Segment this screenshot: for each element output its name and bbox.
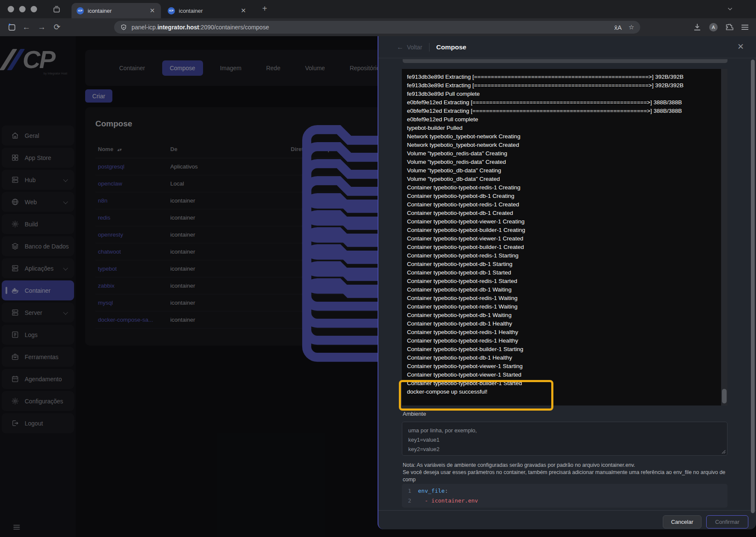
compose-drawer: ← Voltar Compose ✕ fe913db3e89d Extracti… (378, 36, 756, 529)
placeholder-line: uma por linha, por exemplo, (408, 426, 721, 435)
browser-tabstrip: ICP icontainer ✕ ICP icontainer ✕ + (0, 0, 756, 18)
code-line: 1 env_file: (402, 486, 727, 496)
sidebar-toggle-icon[interactable] (7, 22, 17, 32)
log-line: typebot-builder Pulled (407, 124, 721, 132)
tab-overview-icon[interactable] (52, 5, 61, 14)
window-close-button[interactable] (8, 6, 14, 12)
bookmark-star-icon[interactable]: ☆ (629, 23, 634, 31)
close-icon[interactable]: ✕ (737, 42, 744, 51)
reload-icon[interactable]: ⟳ (52, 22, 62, 32)
line-number: 1 (402, 486, 418, 496)
url-bar[interactable]: panel-icp.integrator.host:2090/container… (114, 21, 640, 34)
log-output: fe913db3e89d Extracting [===============… (402, 69, 721, 406)
browser-toolbar: ← → ⟳ panel-icp.integrator.host:2090/con… (0, 18, 756, 36)
log-line: Container typebotio-typebot-builder-1 Cr… (407, 226, 721, 234)
log-line: Volume "typebotio_db-data" Creating (407, 166, 721, 175)
log-line: Container typebotio-typebot-redis-1 Heal… (407, 328, 721, 337)
page-scrollbar-thumb[interactable] (751, 60, 755, 513)
log-line: Container typebotio-typebot-redis-1 Heal… (407, 337, 721, 345)
log-line: Container typebotio-typebot-redis-1 Star… (407, 251, 721, 260)
code-line: 2 - icontainer.env (402, 496, 727, 506)
browser-menu-icon[interactable] (740, 22, 750, 32)
browser-tab-1[interactable]: ICP icontainer ✕ (72, 3, 161, 18)
tab-search-chevron-icon[interactable] (726, 5, 734, 13)
log-line: Volume "typebotio_redis-data" Creating (407, 149, 721, 158)
log-line: Container typebotio-typebot-viewer-1 Cre… (407, 217, 721, 226)
tab-close-icon[interactable]: ✕ (240, 7, 247, 14)
log-line: Container typebotio-typebot-db-1 Started (407, 268, 721, 277)
log-line: Network typebotio_typebot-network Creati… (407, 132, 721, 141)
log-line: Container typebotio-typebot-redis-1 Crea… (407, 183, 721, 192)
log-line: e0bfef9e12ed Extracting [===============… (407, 98, 721, 107)
code-text: env_file: (418, 486, 448, 496)
log-line: Container typebotio-typebot-builder-1 Cr… (407, 243, 721, 251)
resize-handle-icon[interactable] (722, 450, 726, 454)
translate-icon[interactable]: x̄A (614, 24, 622, 31)
log-line: Container typebotio-typebot-db-1 Startin… (407, 260, 721, 268)
log-line: Container typebotio-typebot-builder-1 St… (407, 345, 721, 354)
tab-title: icontainer (179, 8, 240, 14)
success-highlight-box (399, 380, 553, 411)
site-security-shield-icon[interactable] (120, 24, 127, 31)
svg-text:A: A (712, 25, 715, 30)
url-text: panel-icp.integrator.host:2090/container… (132, 24, 269, 31)
log-line: e0bfef9e12ed Pull complete (407, 115, 721, 124)
log-line: fe913db3e89d Pull complete (407, 90, 721, 98)
new-tab-button[interactable]: + (262, 4, 267, 14)
forward-icon[interactable]: → (37, 22, 47, 32)
line-number: 2 (402, 496, 418, 506)
log-line: Container typebotio-typebot-viewer-1 Sta… (407, 362, 721, 371)
voltar-button[interactable]: ← Voltar (397, 43, 422, 51)
log-line: fe913db3e89d Extracting [===============… (407, 81, 721, 90)
tab-close-icon[interactable]: ✕ (149, 7, 156, 14)
log-line: Network typebotio_typebot-network Create… (407, 141, 721, 149)
scrolled-field-edge (403, 59, 727, 63)
log-line: Container typebotio-typebot-db-1 Healthy (407, 320, 721, 328)
tab-favicon: ICP (77, 7, 84, 14)
code-text: - icontainer.env (418, 496, 478, 506)
window-minimize-button[interactable] (19, 6, 26, 12)
log-line: Container typebotio-typebot-db-1 Waiting (407, 286, 721, 294)
drawer-title: Compose (436, 43, 467, 51)
profile-avatar[interactable]: A (708, 22, 719, 32)
confirmar-button[interactable]: Confirmar (706, 515, 748, 528)
log-line: Container typebotio-typebot-redis-1 Wait… (407, 294, 721, 303)
downloads-icon[interactable] (692, 22, 702, 32)
log-line: Container typebotio-typebot-db-1 Creatin… (407, 192, 721, 200)
back-arrow-icon: ← (397, 43, 404, 51)
log-line: e0bfef9e12ed Extracting [===============… (407, 107, 721, 115)
ambiente-textarea[interactable]: uma por linha, por exemplo, key1=value1 … (402, 422, 727, 456)
placeholder-line: key2=value2 (408, 445, 721, 454)
log-line: Container typebotio-typebot-viewer-1 Cre… (407, 234, 721, 243)
log-line: fe913db3e89d Extracting [===============… (407, 73, 721, 81)
browser-tab-2[interactable]: ICP icontainer ✕ (163, 3, 252, 18)
placeholder-line: key1=value1 (408, 435, 721, 445)
back-icon[interactable]: ← (21, 22, 32, 32)
terminal-scrollbar[interactable] (721, 69, 727, 406)
log-line: Container typebotio-typebot-db-1 Waiting (407, 311, 721, 320)
log-line: Container typebotio-typebot-db-1 Created (407, 209, 721, 217)
screen: ICP icontainer ✕ ICP icontainer ✕ + ← → … (0, 0, 756, 537)
log-line: Container typebotio-typebot-redis-1 Star… (407, 277, 721, 286)
log-line: Volume "typebotio_redis-data" Created (407, 158, 721, 166)
log-line: Container typebotio-typebot-viewer-1 Sta… (407, 371, 721, 379)
drawer-footer: Cancelar Confirmar (378, 510, 756, 529)
log-line: Container typebotio-typebot-redis-1 Wait… (407, 303, 721, 311)
extensions-puzzle-icon[interactable] (724, 22, 735, 32)
ambiente-label: Ambiente (403, 411, 426, 417)
tab-title: icontainer (88, 8, 149, 14)
cancelar-button[interactable]: Cancelar (663, 515, 702, 528)
window-zoom-button[interactable] (31, 6, 37, 12)
drawer-header: ← Voltar Compose ✕ (378, 36, 756, 58)
env-file-code-snippet: 1 env_file: 2 - icontainer.env (402, 484, 727, 508)
header-divider (429, 43, 430, 51)
log-terminal: fe913db3e89d Extracting [===============… (402, 69, 727, 406)
log-line: Volume "typebotio_db-data" Created (407, 175, 721, 183)
log-line: Container typebotio-typebot-redis-1 Crea… (407, 200, 721, 209)
terminal-scrollbar-thumb[interactable] (722, 389, 727, 403)
log-line: Container typebotio-typebot-db-1 Healthy (407, 354, 721, 362)
tab-favicon: ICP (168, 7, 175, 14)
